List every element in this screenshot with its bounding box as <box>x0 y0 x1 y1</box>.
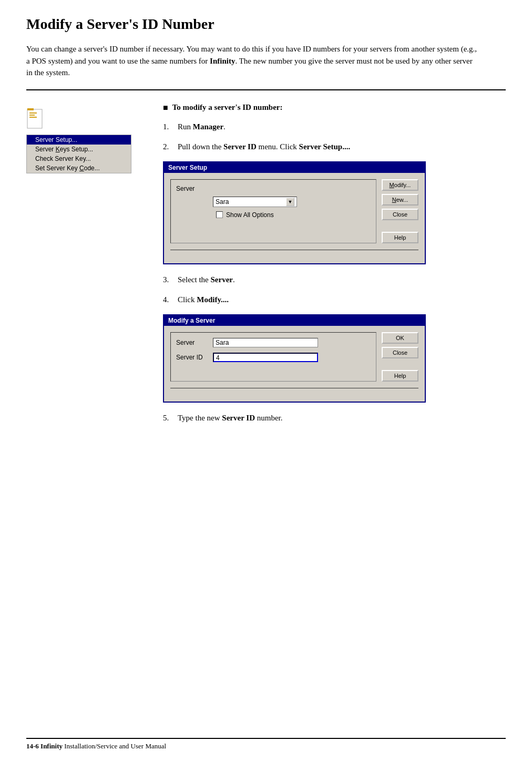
menu-item-server-setup: Server Setup... <box>27 135 131 145</box>
menu-item-set-server-key: Set Server Key Code... <box>27 163 131 173</box>
step-text-before: Select the <box>178 275 210 284</box>
mod-dialog-status-bar <box>170 388 418 397</box>
menu-item-check-server-key: Check Server Key... <box>27 154 131 163</box>
page-title: Modify a Server's ID Number <box>26 16 506 33</box>
server-form-row: Server <box>176 185 371 192</box>
show-all-options-label: Show All Options <box>226 211 274 219</box>
modify-button[interactable]: Modify... <box>382 179 418 191</box>
step-text-after: number. <box>255 414 283 422</box>
step-num-4: 4. <box>163 294 178 306</box>
mod-server-id-row: Server ID 4 <box>176 353 371 362</box>
svg-rect-4 <box>27 108 34 110</box>
mod-server-label: Server <box>176 339 213 346</box>
step-text-after: . <box>233 275 235 284</box>
step-text-after: . <box>223 122 226 131</box>
new-button[interactable]: New... <box>382 194 418 205</box>
svg-rect-3 <box>29 117 37 118</box>
step-bold2: Server Setup.... <box>299 142 351 151</box>
dialog-body: Server Sara ▼ <box>164 173 425 250</box>
step-text-before: Run <box>178 122 193 131</box>
instruction-heading-text: To modify a server's ID number: <box>172 103 283 112</box>
mod-dialog-title-bar: Modify a Server <box>164 315 425 326</box>
bullet-icon: ■ <box>163 103 168 112</box>
step-5: 5. Type the new Server ID number. <box>163 412 506 424</box>
server-setup-dialog: Server Setup Server Sara <box>163 161 426 264</box>
app-icon <box>26 108 43 129</box>
server-id-input[interactable]: 4 <box>213 353 318 362</box>
step-text-2: Pull down the Server ID menu. Click Serv… <box>178 141 506 153</box>
intro-bold: Infinity <box>210 57 235 65</box>
step-3: 3. Select the Server. <box>163 274 506 286</box>
mod-server-id-label: Server ID <box>176 354 213 361</box>
help-button[interactable]: Help <box>382 232 418 243</box>
svg-rect-0 <box>27 109 42 128</box>
step-text-before: Pull down the <box>178 142 223 151</box>
dialog-main-area: Server Sara ▼ <box>170 179 376 243</box>
step-2: 2. Pull down the Server ID menu. Click S… <box>163 141 506 153</box>
menu-item-label: Server Keys Setup... <box>35 146 93 153</box>
footer-bold: 14-6 Infinity <box>26 742 63 750</box>
menu-screenshot: Server Setup... Server Keys Setup... Che… <box>26 135 131 173</box>
intro-paragraph: You can change a server's ID number if n… <box>26 43 478 79</box>
step-text-mid: menu. Click <box>257 142 299 151</box>
footer-text: Installation/Service and User Manual <box>63 742 166 750</box>
mod-server-row: Server Sara <box>176 338 371 347</box>
show-all-options-row: Show All Options <box>176 211 371 219</box>
mod-dialog-main-area: Server Sara Server ID 4 <box>170 332 376 382</box>
step-num-3: 3. <box>163 274 178 286</box>
step-bold1: Server ID <box>223 142 257 151</box>
step-num-2: 2. <box>163 141 178 153</box>
mod-server-value-text: Sara <box>216 339 229 346</box>
mod-dialog-buttons: OK Close Help <box>382 332 418 382</box>
combo-value: Sara <box>216 198 229 205</box>
dialog-status-bar <box>170 250 418 259</box>
combo-arrow-icon[interactable]: ▼ <box>286 198 294 206</box>
close-button-2[interactable]: Close <box>382 347 418 358</box>
step-text-before: Type the new <box>178 414 222 422</box>
step-text-3: Select the Server. <box>178 274 506 286</box>
instruction-heading: ■ To modify a server's ID number: <box>163 103 506 112</box>
help-button-2[interactable]: Help <box>382 370 418 382</box>
ok-button[interactable]: OK <box>382 332 418 344</box>
step-bold: Server <box>210 275 232 284</box>
step-text-before: Click <box>178 295 197 304</box>
show-all-options-checkbox[interactable] <box>216 211 223 218</box>
step-num-1: 1. <box>163 121 178 133</box>
step-num-5: 5. <box>163 412 178 424</box>
server-id-value: 4 <box>216 354 220 362</box>
modify-server-dialog-screenshot: Modify a Server Server Sara Serv <box>163 314 506 403</box>
step-bold: Manager <box>193 122 223 131</box>
section-divider <box>26 89 506 90</box>
menu-item-label: Server Setup... <box>35 136 77 143</box>
content-area: Server Setup... Server Keys Setup... Che… <box>26 103 506 433</box>
step-4: 4. Click Modify.... <box>163 294 506 306</box>
mod-server-value: Sara <box>213 338 318 347</box>
menu-item-server-keys: Server Keys Setup... <box>27 145 131 154</box>
server-setup-dialog-screenshot: Server Setup Server Sara <box>163 161 506 264</box>
server-input-wrap: Sara ▼ <box>213 197 297 207</box>
modify-server-dialog: Modify a Server Server Sara Serv <box>163 314 426 403</box>
close-button[interactable]: Close <box>382 209 418 220</box>
page-footer: 14-6 Infinity Installation/Service and U… <box>26 738 506 750</box>
left-column: Server Setup... Server Keys Setup... Che… <box>26 103 152 433</box>
right-column: ■ To modify a server's ID number: 1. Run… <box>152 103 506 433</box>
step-text-5: Type the new Server ID number. <box>178 412 506 424</box>
mod-dialog-title: Modify a Server <box>168 317 215 324</box>
svg-rect-1 <box>29 112 37 114</box>
server-label: Server <box>176 185 213 192</box>
dialog-title-bar: Server Setup <box>164 162 425 173</box>
server-input-row: Sara ▼ <box>176 197 371 207</box>
mod-dialog-body: Server Sara Server ID 4 <box>164 326 425 388</box>
step-text-1: Run Manager. <box>178 121 506 133</box>
step-bold: Server ID <box>222 414 255 422</box>
svg-rect-2 <box>29 115 35 116</box>
step-1: 1. Run Manager. <box>163 121 506 133</box>
step-text-4: Click Modify.... <box>178 294 506 306</box>
server-combobox[interactable]: Sara ▼ <box>213 197 297 207</box>
dialog-buttons: Modify... New... Close Help <box>382 179 418 243</box>
dialog-title: Server Setup <box>168 164 207 171</box>
step-bold: Modify.... <box>197 295 229 304</box>
